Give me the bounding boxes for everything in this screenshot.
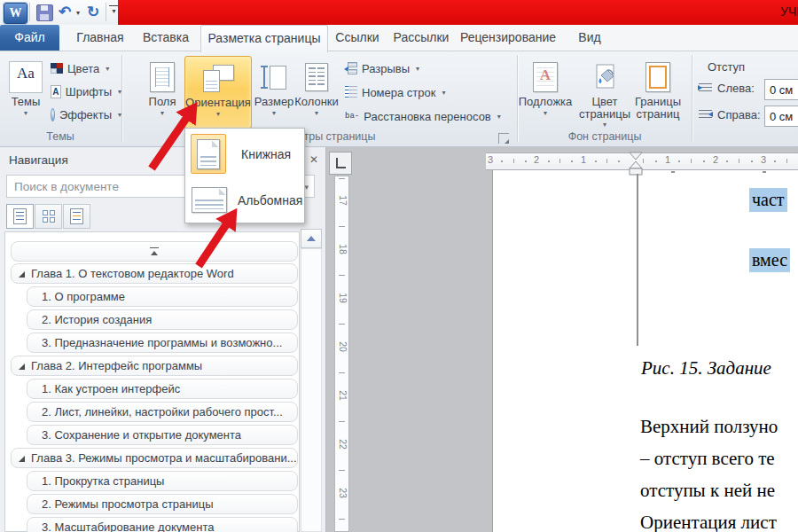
window-title: УЧЕБНИК ВОРД - Mic xyxy=(780,4,798,19)
chevron-down-icon: ▾ xyxy=(315,110,318,117)
tab-insert[interactable]: Вставка xyxy=(135,25,197,51)
tab-review[interactable]: Рецензирование xyxy=(456,25,560,51)
nav-item-chapter2[interactable]: Глава 2. Интерфейс программы xyxy=(11,356,298,376)
navigation-pane-title: Навигация xyxy=(9,153,68,167)
columns-icon xyxy=(305,63,328,91)
page-color-icon xyxy=(592,59,617,96)
indent-marker[interactable] xyxy=(628,152,644,178)
document-text-line: – отступ всего те xyxy=(640,448,775,470)
chevron-down-icon: ▾ xyxy=(544,110,547,117)
document-text-line: отступы к ней не xyxy=(640,480,775,502)
theme-fonts-icon: A xyxy=(51,85,61,98)
ruler-tick xyxy=(339,324,345,325)
orientation-dropdown-menu: Книжная Альбомная xyxy=(184,128,305,223)
themes-button[interactable]: Aa Темы ▾ xyxy=(5,56,46,129)
figure-caption: Рис. 15. Задание xyxy=(641,357,771,379)
ribbon: Aa Темы ▾ Цвета ▾ A Шрифты ▾ Эффекты ▾ Т… xyxy=(0,51,798,147)
highlighted-text: вмес xyxy=(749,248,790,272)
page-color-button[interactable]: Цвет страницы ▾ xyxy=(576,56,633,129)
page-borders-button[interactable]: Границы страниц xyxy=(631,56,685,129)
tab-file[interactable]: Файл xyxy=(0,25,59,51)
chevron-down-icon: ▾ xyxy=(272,110,276,117)
selected-option-box xyxy=(191,134,226,174)
theme-colors-icon xyxy=(51,63,63,74)
headings-view-icon xyxy=(13,208,27,224)
collapse-triangle-icon[interactable] xyxy=(19,271,25,278)
orientation-icon xyxy=(202,64,234,92)
size-button[interactable]: Размер ▾ xyxy=(253,56,295,129)
line-numbers-button[interactable]: Номера строк ▾ xyxy=(345,82,445,103)
vruler-number: 20 xyxy=(338,340,348,354)
nav-item[interactable]: 3. Масштабирование документа xyxy=(27,517,298,532)
margins-button[interactable]: Поля ▾ xyxy=(142,56,183,129)
tab-page-layout[interactable]: Разметка страницы xyxy=(200,25,328,52)
hruler-number: 2 xyxy=(713,154,718,165)
nav-item-chapter3[interactable]: Глава 3. Режимы просмотра и масштабирова… xyxy=(11,448,298,468)
scroll-up-button[interactable] xyxy=(301,229,322,248)
nav-item[interactable]: 1. О программе xyxy=(27,286,298,307)
nav-item-label: 2. Режимы просмотра страницы xyxy=(42,497,214,511)
tab-home[interactable]: Главная xyxy=(69,25,131,51)
nav-item[interactable]: 3. Предназначение программы и возможно..… xyxy=(27,332,298,353)
ruler-tick xyxy=(339,275,345,276)
collapse-triangle-icon[interactable] xyxy=(19,364,25,370)
columns-label: Колонки xyxy=(294,96,339,108)
columns-button[interactable]: Колонки ▾ xyxy=(293,56,340,129)
collapse-triangle-icon[interactable] xyxy=(19,456,25,462)
margins-label: Поля xyxy=(149,96,176,108)
undo-dropdown[interactable]: ▾ xyxy=(74,3,82,22)
ruler-tick xyxy=(339,178,345,179)
nav-item[interactable]: 1. Прокрутка страницы xyxy=(27,471,298,491)
chevron-down-icon: ▾ xyxy=(216,111,220,118)
orientation-button[interactable]: Ориентация ▾ xyxy=(184,56,252,129)
watermark-button[interactable]: А Подложка ▾ xyxy=(520,56,571,129)
indent-left-field[interactable]: 0 см xyxy=(764,79,798,100)
nav-item[interactable]: 2. Лист, линейки, настройки рабочего про… xyxy=(27,402,298,422)
browse-pages-tab[interactable] xyxy=(35,204,62,229)
tab-selector-button[interactable] xyxy=(329,152,352,175)
chevron-down-icon: ▾ xyxy=(416,65,419,73)
dialog-launcher-icon[interactable] xyxy=(498,133,509,144)
browse-results-tab[interactable] xyxy=(63,204,90,229)
document-page[interactable] xyxy=(492,170,798,532)
nav-item-chapter1[interactable]: Глава 1. О текстовом редакторе Word xyxy=(11,263,298,284)
hruler-number: 3 xyxy=(761,154,766,165)
hruler-number: 3 xyxy=(488,154,493,165)
tab-references[interactable]: Ссылки xyxy=(330,25,385,51)
theme-colors-button[interactable]: Цвета ▾ xyxy=(51,58,121,79)
indent-right-field[interactable]: 0 см xyxy=(764,106,798,127)
portrait-label: Книжная xyxy=(241,147,291,161)
scrollbar-track[interactable] xyxy=(301,248,322,532)
nav-item-label: 3. Масштабирование документа xyxy=(42,520,214,532)
left-tab-icon xyxy=(336,158,346,168)
browse-headings-tab[interactable] xyxy=(6,204,34,229)
breaks-button[interactable]: Разрывы ▾ xyxy=(345,58,419,79)
nav-item-label: 1. Прокрутка страницы xyxy=(42,474,164,488)
close-icon[interactable]: ✕ xyxy=(307,153,321,167)
vruler-number: 19 xyxy=(338,291,348,305)
theme-fonts-button[interactable]: A Шрифты ▾ xyxy=(51,81,121,102)
undo-button[interactable]: ↶ xyxy=(56,3,74,22)
nav-item[interactable]: 2. История создания xyxy=(27,309,298,330)
menu-item-portrait[interactable]: Книжная xyxy=(186,132,303,176)
nav-item[interactable]: 3. Сохранение и открытие документа xyxy=(27,425,298,445)
tab-stop-mark xyxy=(763,171,766,173)
chevron-down-icon[interactable]: ▾ xyxy=(304,183,309,192)
menu-item-landscape[interactable]: Альбомная xyxy=(186,178,303,223)
nav-item[interactable]: 1. Как устроен интерфейс xyxy=(27,379,298,399)
nav-item[interactable]: 2. Режимы просмотра страницы xyxy=(27,494,298,514)
chevron-down-icon: ▾ xyxy=(24,110,27,117)
save-button[interactable] xyxy=(35,3,54,22)
hyphenation-button[interactable]: ba- Расстановка переносов ▾ xyxy=(345,106,501,127)
document-text-line: Верхний ползуно xyxy=(640,416,778,438)
redo-icon: ↻ xyxy=(87,4,99,21)
chevron-down-icon: ▾ xyxy=(497,113,501,121)
theme-effects-button[interactable]: Эффекты ▾ xyxy=(51,104,121,125)
hyphenation-icon: ba- xyxy=(345,112,359,121)
redo-button[interactable]: ↻ xyxy=(84,3,102,22)
tab-mailings[interactable]: Рассылки xyxy=(388,25,454,51)
word-logo-icon[interactable]: W xyxy=(4,3,27,24)
jump-to-top-item[interactable] xyxy=(11,241,298,262)
nav-item-label: 2. Лист, линейки, настройки рабочего про… xyxy=(42,405,283,419)
tab-view[interactable]: Вид xyxy=(566,25,614,51)
